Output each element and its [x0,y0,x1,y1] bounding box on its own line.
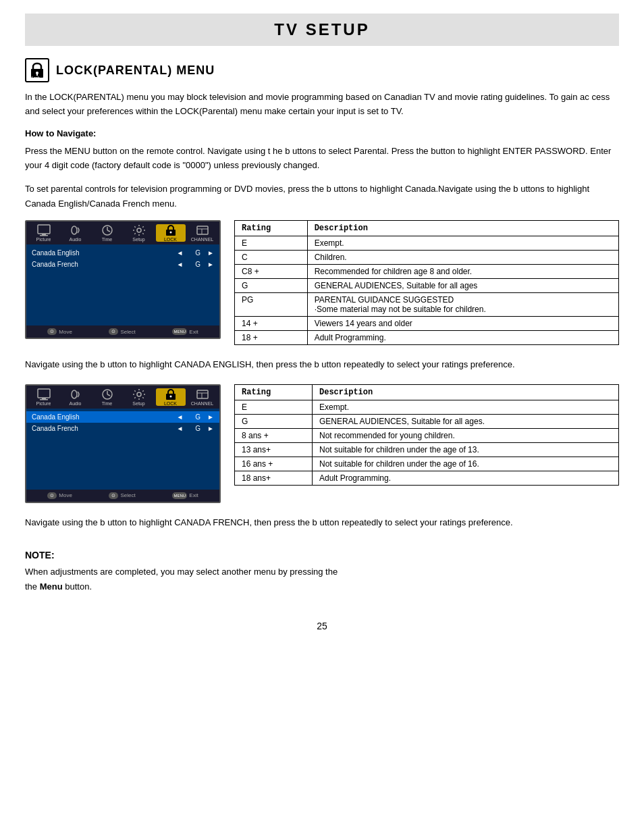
table2-desc-1: GENERAL AUDIENCES, Suitable for all ages… [312,414,618,428]
svg-text:Lock: Lock [32,76,40,79]
tv-icon-audio-2: Audio [61,388,90,406]
tv-icon-picture: Picture [29,224,59,242]
svg-point-11 [137,228,141,232]
section-header: Lock LOCK(PARENTAL) MENU [25,58,619,82]
table2-row-5: 18 ans+Adult Programming. [235,471,619,485]
table2-desc-0: Exempt. [312,400,618,414]
svg-rect-4 [38,225,50,234]
menu-word: Menu [40,581,63,592]
note-section: NOTE: When adjustments are completed, yo… [25,550,619,594]
table1-desc-6: Adult Programming. [307,331,618,345]
table1-row-1: CChildren. [235,251,619,265]
rating-table-2: Rating Description EExempt.GGENERAL AUDI… [234,384,619,486]
tv-menu-icons-1: Picture Audio Tim [26,221,219,244]
table1-rating-6: 18 + [235,331,308,345]
table1-row-5: 14 +Viewers 14 years and older [235,317,619,331]
svg-line-10 [107,230,110,232]
tv-menu-icons-2: Picture Audio Time [26,386,219,409]
page-number: 25 [25,621,619,631]
table1-rating-4: PG [235,293,308,317]
tv-icon-lock-active-2: LOCK [156,388,186,406]
tv-icon-time: Time [92,224,122,242]
svg-point-26 [169,395,171,397]
navigate-canada-french-text: Navigate using the b utton to highlight … [25,515,619,529]
intro-text: In the LOCK(PARENTAL) menu you may block… [25,90,619,119]
tv-menu-row-canada-french-2: Canada French ◄ G ► [26,423,219,434]
footer-move-1: ⊙ Move [47,328,72,335]
tv-menu-body-1: Canada English ◄ G ► Canada French ◄ G ► [26,244,219,325]
table2-rating-4: 16 ans + [235,457,313,471]
section-title: LOCK(PARENTAL) MENU [56,63,215,78]
table2-rating-0: E [235,400,313,414]
table2-desc-2: Not recommended for young children. [312,428,618,442]
table1-rating-3: G [235,279,308,293]
table2-rating-2: 8 ans + [235,428,313,442]
tv-menu-row-canada-english-2: Canada English ◄ G ► [26,411,219,423]
tv-menu-footer-2: ⊙ Move ⊙ Select MENU Exit [26,490,219,502]
tv-icon-picture-2: Picture [29,388,59,406]
table2-row-0: EExempt. [235,400,619,414]
table1-row-4: PGPARENTAL GUIDANCE SUGGESTED ·Some mate… [235,293,619,317]
note-text-2: the Menu button. [25,581,92,592]
note-label: NOTE: [25,550,619,561]
page-container: TV SETUP Lock LOCK(PARENTAL) MENU In the… [18,0,626,645]
table2-rating-1: G [235,414,313,428]
svg-rect-5 [42,234,46,235]
table1-row-2: C8 +Recommended for children age 8 and o… [235,265,619,279]
table2-header-description: Description [312,384,618,400]
table1-header-description: Description [307,221,618,236]
note-text-content: When adjustments are completed, you may … [25,567,338,577]
table1-row-0: EExempt. [235,236,619,251]
table2-row-2: 8 ans +Not recommended for young childre… [235,428,619,442]
lock-icon: Lock [25,58,49,82]
table2-row-1: GGENERAL AUDIENCES, Suitable for all age… [235,414,619,428]
table2-row-4: 16 ans +Not suitable for children under … [235,457,619,471]
table1-rating-0: E [235,236,308,251]
table2-header-rating: Rating [235,384,313,400]
table1-desc-2: Recommended for children age 8 and older… [307,265,618,279]
footer-exit-2: MENU Exit [172,492,198,499]
tv-icon-audio: Audio [61,224,90,242]
tv-menu-1: Picture Audio Tim [25,220,221,339]
svg-rect-14 [197,226,208,234]
tv-icon-setup: Setup [124,224,154,242]
tv-icon-channel: CHANNEL [188,224,217,242]
table1-desc-5: Viewers 14 years and older [307,317,618,331]
tv-icon-setup-2: Setup [124,388,154,406]
navigate-canada-english-text: Navigate using the b utton to highlight … [25,357,619,371]
nav-text2: To set parental controls for television … [25,182,619,211]
tv-menu-2: Picture Audio Time [25,384,221,503]
table2-row-3: 13 ans+Not suitable for children under t… [235,442,619,457]
svg-point-13 [169,232,171,234]
footer-move-2: ⊙ Move [47,492,72,499]
tv-icon-channel-2: CHANNEL [188,388,217,406]
table1-desc-1: Children. [307,251,618,265]
footer-select-2: ⊙ Select [109,492,135,499]
svg-point-20 [72,390,77,398]
table2-rating-5: 18 ans+ [235,471,313,485]
table1-rating-1: C [235,251,308,265]
svg-rect-27 [197,390,208,398]
rating-table-1: Rating Description EExempt.CChildren.C8 … [234,220,619,345]
svg-rect-17 [38,389,50,398]
table2-rating-3: 13 ans+ [235,442,313,457]
svg-point-7 [72,226,77,234]
svg-point-24 [137,392,141,396]
table1-row-6: 18 +Adult Programming. [235,331,619,345]
table1-header-rating: Rating [235,221,308,236]
tv-icon-lock-active: LOCK [156,224,186,242]
nav-text1: Press the MENU button on the remote cont… [25,144,619,173]
footer-select-1: ⊙ Select [109,328,135,335]
table1-desc-3: GENERAL AUDIENCES, Suitable for all ages [307,279,618,293]
page-title: TV SETUP [25,14,619,46]
svg-rect-18 [42,398,46,399]
tv-menu-footer-1: ⊙ Move ⊙ Select MENU Exit [26,325,219,338]
svg-rect-6 [40,235,48,236]
table1-rating-2: C8 + [235,265,308,279]
table1-row-3: GGENERAL AUDIENCES, Suitable for all age… [235,279,619,293]
tv-menu-row-canada-english-1: Canada English ◄ G ► [26,247,219,259]
tv-menu-row-canada-french-1: Canada French ◄ G ► [26,259,219,270]
content-row-2: Picture Audio Time [25,384,619,503]
footer-exit-1: MENU Exit [172,328,198,335]
table2-desc-3: Not suitable for children under the age … [312,442,618,457]
